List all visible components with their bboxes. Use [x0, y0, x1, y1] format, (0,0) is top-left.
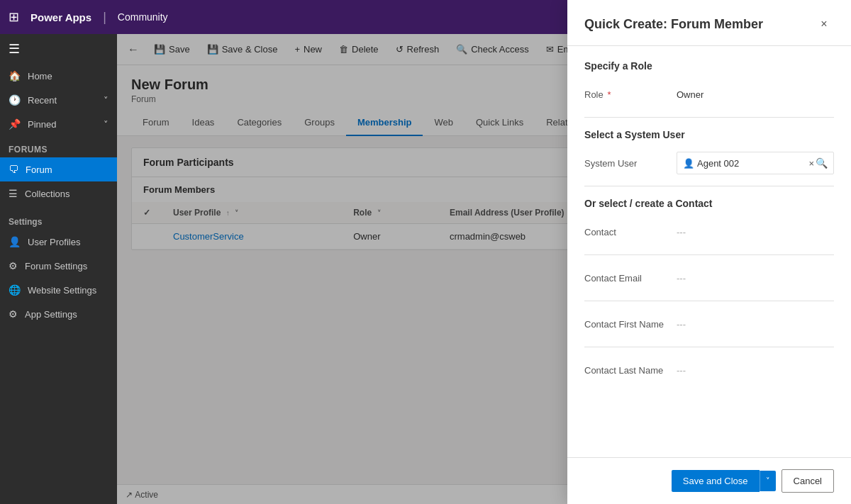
user-chip-icon: 👤 [683, 158, 694, 169]
role-label: Role * [584, 89, 677, 100]
contact-firstname-field: Contact First Name --- [584, 313, 834, 335]
sidebar-item-website-settings[interactable]: 🌐 Website Settings [0, 278, 117, 302]
qc-close-button[interactable]: × [814, 14, 834, 34]
sidebar-label-app-settings: App Settings [25, 309, 77, 320]
divider-4 [584, 301, 834, 301]
quick-create-panel: Quick Create: Forum Member × Specify a R… [567, 0, 851, 504]
divider-1 [584, 117, 834, 118]
sidebar-item-user-profiles[interactable]: 👤 User Profiles [0, 230, 117, 254]
sidebar-item-forum[interactable]: 🗨 Forum [0, 157, 117, 181]
or-select-contact-title: Or select / create a Contact [584, 198, 834, 209]
user-chip-name: Agent 002 [697, 158, 739, 169]
contact-label: Contact [584, 227, 677, 237]
recent-icon: 🕐 [9, 94, 21, 106]
hamburger-icon[interactable]: ☰ [0, 34, 117, 64]
save-and-close-group: Save and Close ˅ [672, 470, 776, 492]
contact-field: Contact --- [584, 220, 834, 243]
sidebar-label-user-profiles: User Profiles [28, 237, 80, 247]
divider-3 [584, 254, 834, 255]
sidebar: ☰ 🏠 Home 🕐 Recent ˅ 📌 Pinned ˅ Forums 🗨 … [0, 34, 117, 504]
contact-email-field: Contact Email --- [584, 267, 834, 289]
qc-footer: Save and Close ˅ Cancel [567, 457, 851, 504]
role-required-star: * [607, 89, 611, 100]
sidebar-label-collections: Collections [25, 189, 70, 199]
qc-title: Quick Create: Forum Member [584, 17, 763, 32]
role-field: Role * Owner [584, 83, 834, 106]
cancel-button[interactable]: Cancel [782, 469, 834, 493]
qc-header: Quick Create: Forum Member × [567, 0, 851, 46]
user-chip: 👤 Agent 002 [683, 158, 807, 169]
save-and-close-dropdown[interactable]: ˅ [760, 471, 776, 491]
nav-divider: | [103, 10, 106, 25]
search-user-button[interactable]: 🔍 [816, 157, 828, 169]
save-and-close-button[interactable]: Save and Close [672, 470, 760, 492]
clear-user-button[interactable]: × [807, 158, 816, 169]
settings-section: Settings 👤 User Profiles ⚙ Forum Setting… [0, 211, 117, 326]
contact-lastname-label: Contact Last Name [584, 365, 677, 376]
contact-email-value: --- [677, 273, 834, 284]
home-icon: 🏠 [9, 70, 21, 82]
sidebar-label-recent: Recent [28, 95, 57, 106]
contact-lastname-value: --- [677, 365, 834, 376]
sidebar-item-forum-settings[interactable]: ⚙ Forum Settings [0, 254, 117, 278]
sidebar-item-app-settings[interactable]: ⚙ App Settings [0, 302, 117, 326]
sidebar-label-forum: Forum [26, 164, 52, 175]
app-settings-icon: ⚙ [9, 308, 18, 320]
sidebar-label-home: Home [28, 71, 52, 82]
app-name: Power Apps [30, 11, 91, 23]
contact-value: --- [677, 227, 834, 237]
forum-nav-icon: 🗨 [9, 164, 18, 175]
role-value: Owner [677, 89, 834, 100]
settings-section-label: Settings [0, 211, 117, 230]
sidebar-label-forum-settings: Forum Settings [25, 261, 87, 271]
grid-icon[interactable]: ⊞ [9, 9, 19, 25]
website-settings-icon: 🌐 [9, 284, 21, 296]
sidebar-label-website-settings: Website Settings [28, 285, 96, 296]
system-user-field: System User 👤 Agent 002 × 🔍 [584, 152, 834, 174]
pinned-icon: 📌 [9, 118, 21, 130]
chevron-down-pinned-icon: ˅ [104, 119, 109, 130]
system-user-input[interactable]: 👤 Agent 002 × 🔍 [677, 152, 834, 174]
specify-role-title: Specify a Role [584, 60, 834, 72]
divider-5 [584, 347, 834, 347]
sidebar-label-pinned: Pinned [28, 119, 56, 130]
chevron-down-icon: ˅ [104, 95, 109, 106]
user-profiles-icon: 👤 [9, 236, 21, 247]
sidebar-item-recent[interactable]: 🕐 Recent ˅ [0, 88, 117, 112]
contact-firstname-value: --- [677, 319, 834, 330]
sidebar-item-home[interactable]: 🏠 Home [0, 64, 117, 88]
select-system-user-title: Select a System User [584, 129, 834, 140]
collections-icon: ☰ [9, 188, 18, 199]
sidebar-item-pinned[interactable]: 📌 Pinned ˅ [0, 112, 117, 136]
divider-2 [584, 186, 834, 186]
community-label: Community [118, 11, 168, 23]
contact-lastname-field: Contact Last Name --- [584, 359, 834, 381]
contact-email-label: Contact Email [584, 273, 677, 284]
system-user-label: System User [584, 158, 677, 169]
forum-settings-icon: ⚙ [9, 260, 18, 271]
contact-firstname-label: Contact First Name [584, 319, 677, 330]
forums-section-label: Forums [0, 136, 117, 157]
qc-body: Specify a Role Role * Owner Select a Sys… [567, 46, 851, 457]
sidebar-item-collections[interactable]: ☰ Collections [0, 181, 117, 206]
